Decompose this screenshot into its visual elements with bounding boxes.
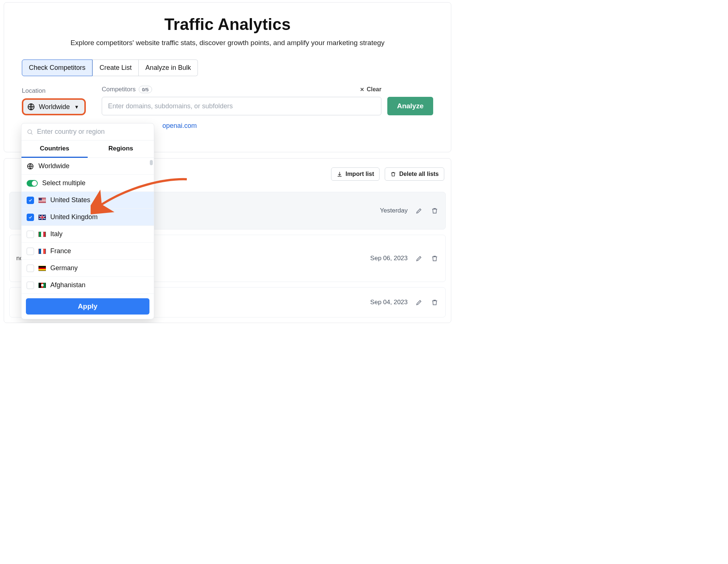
apply-button[interactable]: Apply (26, 298, 149, 315)
search-icon (27, 129, 33, 135)
location-label: Location (22, 87, 96, 95)
checkbox[interactable] (27, 231, 34, 238)
analytics-card: Traffic Analytics Explore competitors' w… (4, 2, 451, 152)
globe-icon (27, 103, 35, 111)
edit-button[interactable] (415, 254, 423, 262)
pencil-icon (415, 207, 423, 214)
country-option[interactable]: Italy (21, 226, 154, 243)
option-worldwide-label: Worldwide (38, 162, 70, 170)
country-label: Afghanistan (50, 281, 85, 289)
page-subtitle: Explore competitors' website traffic sta… (22, 39, 433, 47)
country-option[interactable]: Afghanistan (21, 277, 154, 294)
flag-icon (38, 215, 46, 220)
flag-icon (38, 249, 46, 254)
import-list-button[interactable]: Import list (331, 167, 380, 181)
trash-icon (431, 299, 438, 306)
mode-tabs: Check Competitors Create List Analyze in… (22, 60, 433, 76)
delete-button[interactable] (431, 207, 439, 215)
list-row-date: Yesterday (380, 207, 408, 214)
trash-icon (390, 171, 396, 177)
country-option[interactable]: Germany (21, 260, 154, 277)
country-label: Germany (50, 264, 78, 272)
suggestion-link[interactable]: openai.com (162, 122, 433, 130)
trash-icon (431, 255, 438, 262)
delete-button[interactable] (431, 254, 439, 262)
select-multiple-row[interactable]: Select multiple (21, 175, 154, 192)
edit-button[interactable] (415, 207, 423, 215)
pencil-icon (415, 299, 423, 306)
tab-create-list[interactable]: Create List (92, 60, 139, 76)
scrollbar-thumb[interactable] (150, 160, 153, 165)
checkbox[interactable] (27, 197, 34, 204)
flag-icon (38, 232, 46, 237)
checkbox[interactable] (27, 214, 34, 221)
country-label: United Kingdom (50, 213, 98, 221)
delete-all-button[interactable]: Delete all lists (385, 167, 444, 181)
delete-button[interactable] (431, 298, 439, 306)
chevron-down-icon: ▼ (74, 104, 79, 110)
competitors-input[interactable] (102, 97, 381, 115)
list-row-date: Sep 04, 2023 (370, 299, 408, 306)
pencil-icon (415, 255, 423, 262)
page-title: Traffic Analytics (22, 15, 433, 34)
location-value: Worldwide (39, 103, 70, 111)
import-list-label: Import list (346, 171, 374, 177)
country-search-input[interactable] (37, 128, 149, 136)
country-option[interactable]: United Kingdom (21, 209, 154, 226)
clear-button[interactable]: ✕ Clear (360, 86, 381, 93)
location-dropdown-panel: Countries Regions Worldwide Select multi… (21, 123, 154, 319)
dropdown-tab-countries[interactable]: Countries (21, 140, 88, 158)
country-label: Italy (50, 230, 63, 238)
flag-icon (38, 283, 46, 288)
tab-check-competitors[interactable]: Check Competitors (22, 60, 92, 76)
country-option[interactable]: United States (21, 192, 154, 209)
tab-analyze-bulk[interactable]: Analyze in Bulk (139, 60, 198, 76)
location-dropdown-button[interactable]: Worldwide ▼ (22, 98, 86, 115)
checkbox[interactable] (27, 248, 34, 255)
close-icon: ✕ (360, 86, 364, 92)
competitors-count: 0/5 (139, 86, 152, 93)
dropdown-tab-regions[interactable]: Regions (88, 140, 154, 158)
competitors-label: Competitors (102, 86, 136, 93)
trash-icon (431, 207, 438, 214)
edit-button[interactable] (415, 298, 423, 306)
checkbox[interactable] (27, 282, 34, 289)
country-label: United States (50, 196, 90, 204)
select-multiple-label: Select multiple (42, 179, 85, 187)
clear-label: Clear (367, 86, 381, 93)
country-option[interactable]: France (21, 243, 154, 260)
checkbox[interactable] (27, 265, 34, 272)
globe-icon (27, 163, 34, 170)
country-label: France (50, 247, 71, 255)
flag-icon (38, 266, 46, 271)
analyze-button[interactable]: Analyze (387, 97, 433, 115)
list-row-date: Sep 06, 2023 (370, 255, 408, 262)
download-icon (337, 171, 343, 177)
delete-all-label: Delete all lists (399, 171, 439, 177)
select-multiple-toggle[interactable] (27, 180, 38, 187)
flag-icon (38, 198, 46, 203)
svg-point-1 (28, 130, 32, 134)
option-worldwide[interactable]: Worldwide (21, 158, 154, 175)
